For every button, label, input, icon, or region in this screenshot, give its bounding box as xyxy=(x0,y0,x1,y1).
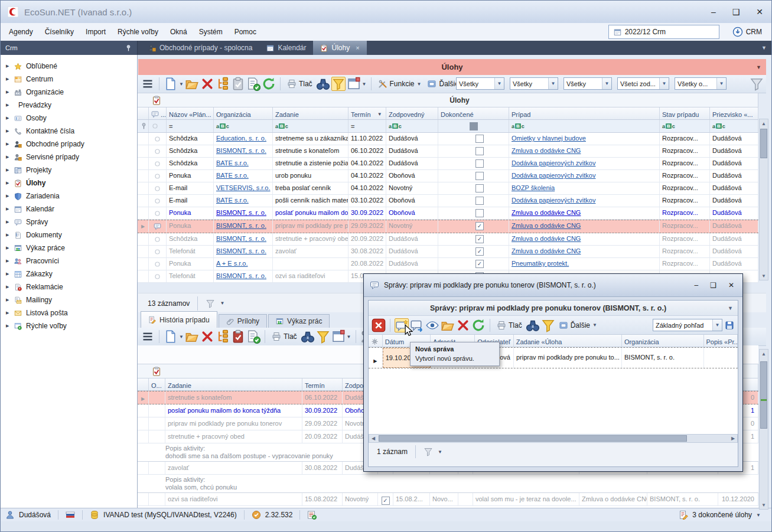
column-header-5[interactable]: Termín▼ xyxy=(348,107,386,119)
more-menu-button[interactable]: Ďalšie▼ xyxy=(556,318,600,332)
filter-icon[interactable] xyxy=(206,299,215,308)
quick-filter-2[interactable]: Všetky▼ xyxy=(510,77,558,90)
column-header-0[interactable] xyxy=(138,378,149,390)
case-link[interactable]: Zmluva o dodávke CNG xyxy=(512,209,581,216)
task-check-button[interactable] xyxy=(231,77,245,91)
menu-item-import[interactable]: Import xyxy=(80,25,112,39)
expand-arrow-icon[interactable]: ▶ xyxy=(6,90,10,94)
sidebar-item-z-kazky[interactable]: ▶Zákazky xyxy=(1,267,137,280)
sidebar-item-listov-po-ta[interactable]: ▶Listová pošta xyxy=(1,306,137,319)
language-flag-icon[interactable] xyxy=(66,510,75,520)
expand-arrow-icon[interactable]: ▶ xyxy=(6,207,10,211)
chevron-down-icon[interactable]: ▼ xyxy=(494,78,504,89)
filter-cell-4[interactable]: aBc xyxy=(273,120,348,132)
new-record-dropdown-icon[interactable]: ▼ xyxy=(179,334,184,340)
checkbox[interactable]: ✓ xyxy=(475,247,484,256)
main-grid-scrollbar[interactable]: ▲ ▼ xyxy=(759,119,768,280)
organization-link[interactable]: BISMONT, s. r. o. xyxy=(216,235,266,242)
expand-arrow-icon[interactable]: ▶ xyxy=(6,129,10,133)
column-header-7[interactable]: Dokončené xyxy=(438,107,509,119)
checkbox[interactable]: ✓ xyxy=(475,222,484,230)
view-message-button[interactable] xyxy=(425,318,439,332)
filter-cell-0[interactable] xyxy=(138,120,149,132)
menu-item-rýchle-voľby[interactable]: Rýchle voľby xyxy=(112,25,164,39)
column-header-6[interactable]: Zodpovedný xyxy=(386,107,438,119)
table-row[interactable]: ozvi sa riaditeľovi15.08.2022Novotný✓15.… xyxy=(138,493,758,506)
column-header-0[interactable] xyxy=(369,335,383,347)
functions-menu-button[interactable]: Funkcie▼ xyxy=(376,77,424,91)
sidebar-item-obchodn-pr-pady[interactable]: ▶Obchodné prípady xyxy=(1,138,137,151)
header-dropdown-icon[interactable]: ▼ xyxy=(756,64,761,70)
popup-minimize-button[interactable]: – xyxy=(694,281,698,289)
sidebar-item-prev-dzky[interactable]: ▶Prevádzky xyxy=(1,99,137,112)
table-row[interactable]: PonukaBISMONT, s. r. o.poslať ponuku mai… xyxy=(138,207,758,220)
sidebar-item-reklam-cie[interactable]: ▶Reklamácie xyxy=(1,280,137,293)
case-link[interactable]: Zmluva o dodávke CNG xyxy=(512,247,581,254)
filter-icon[interactable] xyxy=(424,447,433,456)
sidebar-item-spr-vy[interactable]: ▶Správy xyxy=(1,216,137,229)
refresh-button[interactable] xyxy=(262,77,276,91)
open-record-button[interactable] xyxy=(185,77,199,91)
sidebar-item-kontaktn-sla[interactable]: ▶Kontaktné čísla xyxy=(1,125,137,138)
expand-arrow-icon[interactable]: ▶ xyxy=(6,64,10,68)
checkbox[interactable]: ✓ xyxy=(475,260,484,268)
search-button[interactable] xyxy=(526,318,540,332)
open-record-button[interactable] xyxy=(185,329,199,344)
task-check-button[interactable] xyxy=(231,329,245,344)
table-row[interactable]: SchôdzkaBATE s.r.o.stretnutie a zistenie… xyxy=(138,158,758,170)
expand-arrow-icon[interactable]: ▶ xyxy=(6,181,10,185)
open-message-button[interactable] xyxy=(441,318,455,332)
organization-link[interactable]: BISMONT, s. r. o. xyxy=(216,147,266,154)
maximize-button[interactable]: ❑ xyxy=(732,7,740,17)
case-link[interactable]: Omietky v hlavnej budove xyxy=(512,135,586,142)
quick-filter-4[interactable]: Všetci zod...▼ xyxy=(617,77,669,90)
checkbox[interactable] xyxy=(475,184,484,192)
column-header-5[interactable]: Organizácia xyxy=(622,335,704,347)
confirm-doc-button[interactable] xyxy=(246,329,260,344)
chevron-down-icon[interactable]: ▼ xyxy=(602,78,611,89)
sidebar-item-dokumenty[interactable]: ▶Dokumenty xyxy=(1,229,137,241)
case-link[interactable]: Dodávka papierových zvitkov xyxy=(512,159,595,167)
sidebar-item-projekty[interactable]: ▶Projekty xyxy=(1,164,137,177)
checkbox[interactable] xyxy=(475,147,484,155)
filter-dropdown-icon[interactable]: ▼ xyxy=(220,301,224,306)
organization-link[interactable]: BATE s.r.o. xyxy=(216,197,249,204)
quick-filter-1[interactable]: Všetky▼ xyxy=(456,77,504,90)
expand-arrow-icon[interactable]: ▶ xyxy=(6,246,10,250)
search-button[interactable] xyxy=(301,329,315,344)
checkbox[interactable] xyxy=(475,197,484,205)
filter-cell-6[interactable]: aBc xyxy=(386,120,438,132)
completed-tasks-status[interactable]: 3 dokončené úlohy ▼ xyxy=(679,510,761,520)
confirm-doc-button[interactable] xyxy=(246,77,260,91)
column-header-10[interactable]: Priezvisko «... xyxy=(710,107,758,119)
detail-tab-pr-lohy[interactable]: Prílohy xyxy=(219,314,267,328)
case-link[interactable]: Zmluva o dodávke CNG xyxy=(512,222,581,229)
checkbox[interactable] xyxy=(475,209,484,217)
filter-panel-icon[interactable] xyxy=(750,77,764,91)
case-link[interactable]: Zmluva o dodávke CNG xyxy=(512,147,581,154)
minimize-button[interactable]: – xyxy=(711,7,716,17)
tabstrip-dropdown-icon[interactable]: ▼ xyxy=(761,45,767,51)
chevron-down-icon[interactable]: ▼ xyxy=(548,78,558,89)
popup-title-bar[interactable]: Správy: priprav mi podklady pre ponuku t… xyxy=(364,274,742,297)
filter-cell-9[interactable]: aBc xyxy=(660,120,710,132)
sidebar-item-zariadenia[interactable]: ▶Zariadenia xyxy=(1,190,137,203)
organization-link[interactable]: BISMONT, s. r. o. xyxy=(216,222,266,229)
close-button[interactable]: ✕ xyxy=(756,7,763,17)
new-record-dropdown-icon[interactable]: ▼ xyxy=(179,81,184,87)
organization-link[interactable]: BATE s.r.o. xyxy=(216,159,249,167)
chevron-down-icon[interactable]: ▼ xyxy=(659,78,669,89)
expand-arrow-icon[interactable]: ▶ xyxy=(6,259,10,263)
organization-link[interactable]: BISMONT, s. r. o. xyxy=(216,272,266,279)
case-link[interactable]: Dodávka papierových zvitkov xyxy=(512,172,595,179)
filter-cell-1[interactable] xyxy=(149,120,167,132)
organization-link[interactable]: A + E s.r.o. xyxy=(216,260,248,267)
expand-arrow-icon[interactable]: ▶ xyxy=(6,220,10,224)
expand-arrow-icon[interactable]: ▶ xyxy=(6,77,10,81)
column-header-2[interactable]: Názov «Plán... xyxy=(167,107,214,119)
filter-cell-7[interactable] xyxy=(438,120,509,132)
print-button[interactable]: Tlač xyxy=(494,318,525,332)
checkbox-filter-icon[interactable] xyxy=(470,122,478,130)
column-header-4[interactable]: Zadanie «Úloha xyxy=(514,335,622,347)
popup-band-dropdown-icon[interactable]: ▼ xyxy=(728,305,733,311)
